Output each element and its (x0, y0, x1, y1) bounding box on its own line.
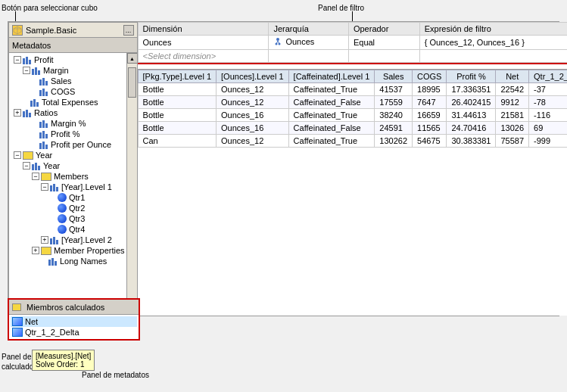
expand-members[interactable]: − (32, 173, 39, 180)
cell-caff-2: Caffeinated_False (288, 96, 375, 109)
tree-item-long-names[interactable]: Long Names (11, 256, 125, 266)
expand-year-dim[interactable]: − (23, 162, 30, 170)
calc-label-qtr-delta: Qtr_1_2_Delta (25, 328, 79, 337)
calc-folder-icon (12, 303, 21, 311)
tree-item-total-expenses[interactable]: Total Expenses (11, 97, 125, 107)
tree-label-year: Year (36, 151, 52, 160)
cube-selector-row[interactable]: Sample.Basic ... (9, 23, 137, 38)
tree-item-ratios[interactable]: + Ratios (11, 107, 125, 118)
tree-item-profit-oz[interactable]: Profit per Ounce (11, 139, 125, 150)
tree-item-members[interactable]: − Members (11, 171, 125, 182)
tree-item-profit[interactable]: − Profit (11, 54, 125, 65)
tree-label-qtr4: Qtr4 (69, 225, 85, 234)
tree-label-member-props: Member Properties (54, 246, 125, 255)
tree-item-margin[interactable]: − Margin (11, 65, 125, 76)
cell-sales-3: 38240 (375, 109, 413, 122)
tree-item-sales[interactable]: Sales (11, 76, 125, 86)
cell-profit-4: 24.70416 (447, 122, 496, 135)
calc-item-net[interactable]: Net (11, 316, 137, 327)
tree-item-margin-pct[interactable]: Margin % (11, 118, 125, 129)
data-col-sales: Sales (375, 70, 413, 83)
scroll-up-btn[interactable]: ▲ (127, 53, 137, 64)
svg-point-6 (276, 43, 278, 45)
sphere-icon-qtr3 (58, 214, 67, 223)
bar-chart-icon-year-level2 (50, 235, 59, 244)
tree-label-profit-oz: Profit per Ounce (51, 140, 111, 149)
tree-label-margin-pct: Margin % (51, 119, 86, 128)
cube-selector-button[interactable]: ... (123, 25, 134, 36)
tree-label-qtr2: Qtr2 (69, 204, 85, 213)
filter-col-expression: Expresión de filtro (419, 23, 567, 36)
cell-delta-2: -78 (529, 96, 567, 109)
cell-profit-1: 17.336351 (447, 83, 496, 96)
tree-item-year-dim[interactable]: − Year (11, 160, 125, 171)
metadata-header: Metadatos (9, 38, 137, 53)
bar-chart-icon-margin (32, 66, 41, 75)
cell-profit-2: 26.402415 (447, 96, 496, 109)
expand-year[interactable]: − (14, 151, 21, 159)
bar-chart-icon-expenses (30, 98, 39, 107)
expand-profit[interactable]: − (14, 56, 21, 64)
tree-item-year-level2[interactable]: + [Year].Level 2 (11, 235, 125, 245)
sphere-icon-qtr1 (58, 193, 67, 202)
tree-label-cogs: COGS (51, 87, 75, 96)
data-col-pkg-type: [Pkg.Type].Level 1 (138, 70, 217, 83)
cube-name: Sample.Basic (26, 26, 76, 35)
expand-member-props[interactable]: + (32, 247, 39, 254)
metadata-title: Metadatos (12, 41, 51, 50)
scroll-track[interactable] (127, 64, 137, 304)
data-row: Can Ounces_12 Caffeinated_True 130262 54… (138, 135, 567, 148)
bar-chart-icon-ratios (23, 108, 32, 117)
tree-label-profit: Profit (34, 55, 54, 64)
data-col-profit-pct: Profit % (447, 70, 496, 83)
tree-item-member-props[interactable]: + Member Properties (11, 245, 125, 256)
data-col-ounces: [Ounces].Level 1 (217, 70, 289, 83)
calc-item-qtr-delta[interactable]: Qtr_1_2_Delta (11, 327, 137, 338)
cell-net-4: 13026 (496, 122, 529, 135)
expand-ratios[interactable]: + (14, 109, 21, 117)
cell-net-3: 21581 (496, 109, 529, 122)
tree-item-qtr2[interactable]: Qtr2 (11, 203, 125, 213)
data-row: Bottle Ounces_12 Caffeinated_False 17559… (138, 96, 567, 109)
expand-year-level1[interactable]: − (41, 183, 48, 191)
tree-item-cogs[interactable]: COGS (11, 86, 125, 97)
cell-pkg-4: Bottle (138, 122, 217, 135)
tree-label-members: Members (54, 172, 89, 181)
data-col-cogs: COGS (413, 70, 447, 83)
calc-members-title: Miembros calculados (26, 303, 104, 312)
tree-item-year-level1[interactable]: − [Year].Level 1 (11, 182, 125, 192)
tree-item-profit-pct[interactable]: Profit % (11, 129, 125, 139)
main-container: Sample.Basic ... Metadatos − Profit − Ma (8, 21, 559, 316)
expand-margin[interactable]: − (23, 67, 30, 74)
sphere-icon-qtr4 (58, 225, 67, 234)
data-col-caffeinated: [Caffeinated].Level 1 (288, 70, 375, 83)
filter-row-2[interactable]: <Select dimension> (138, 50, 567, 63)
filter-col-hierarchy: Jerarquía (269, 23, 349, 36)
cell-sales-4: 24591 (375, 122, 413, 135)
calc-members-header: Miembros calculados (9, 300, 139, 315)
metadata-scrollbar[interactable]: ▲ ▼ (126, 53, 137, 315)
bar-chart-icon-long-names (48, 257, 58, 266)
filter-select-dimension[interactable]: <Select dimension> (138, 50, 269, 63)
cube-icon (12, 25, 23, 36)
data-row: Bottle Ounces_16 Caffeinated_True 38240 … (138, 109, 567, 122)
tree-item-qtr4[interactable]: Qtr4 (11, 224, 125, 235)
hierarchy-icon: Ounces (273, 37, 314, 46)
filter-row-1[interactable]: Ounces Ounces (138, 36, 567, 50)
tree-label-margin: Margin (43, 66, 69, 75)
metadata-panel: Sample.Basic ... Metadatos − Profit − Ma (8, 22, 138, 316)
filter-expression-2 (419, 50, 567, 63)
annotation-boton-cubo: Botón para seleccionar cubo (2, 4, 98, 12)
metadata-tree[interactable]: − Profit − Margin Sales (9, 53, 126, 315)
tree-item-year[interactable]: − Year (11, 150, 125, 160)
data-row: Bottle Ounces_12 Caffeinated_True 41537 … (138, 83, 567, 96)
cell-net-2: 9912 (496, 96, 529, 109)
expand-year-level2[interactable]: + (41, 236, 48, 244)
bar-chart-icon-profit-oz (39, 140, 48, 149)
bar-chart-icon-profit (23, 55, 32, 64)
tree-item-qtr3[interactable]: Qtr3 (11, 213, 125, 224)
cell-cogs-2: 7647 (413, 96, 447, 109)
cell-net-1: 22542 (496, 83, 529, 96)
bar-chart-icon-cogs (39, 87, 48, 96)
tree-item-qtr1[interactable]: Qtr1 (11, 192, 125, 203)
